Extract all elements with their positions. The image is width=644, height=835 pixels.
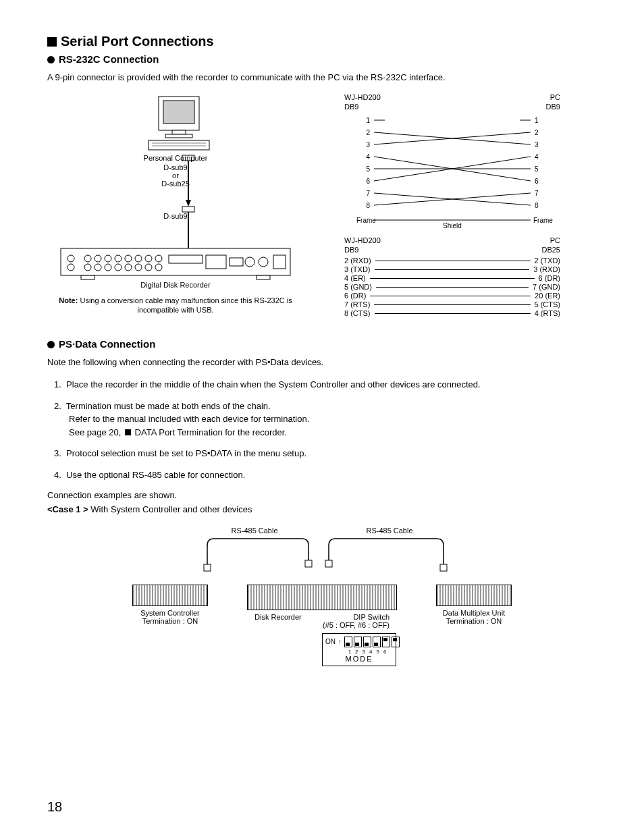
square-inline-icon — [125, 429, 131, 435]
svg-point-27 — [125, 264, 132, 271]
page-heading: Serial Port Connections — [47, 34, 597, 49]
rs232c-figure-row: Personal Computer D-sub9 or D-sub25 D-su… — [47, 93, 597, 318]
dot-bullet-icon — [47, 341, 55, 348]
svg-point-23 — [84, 264, 91, 271]
examples-line: Connection examples are shown. — [47, 489, 597, 502]
svg-text:2: 2 — [366, 129, 370, 136]
svg-rect-67 — [325, 560, 332, 567]
map-r-6: 4 (RTS) — [535, 309, 560, 317]
psdata-title-text: PS·Data Connection — [59, 338, 155, 350]
shield-label: Shield — [443, 222, 462, 228]
dsub9-label-top: D-sub9 — [163, 163, 187, 171]
bot-right-head: PC — [550, 236, 560, 244]
list-item-4: 4. Use the optional RS-485 cable for con… — [54, 468, 597, 482]
svg-point-21 — [145, 255, 152, 262]
chain-cables: RS-485 Cable RS-485 Cable — [119, 525, 525, 579]
svg-point-25 — [105, 264, 111, 271]
svg-text:6: 6 — [366, 178, 370, 185]
frame-left: Frame — [356, 217, 376, 224]
svg-rect-3 — [165, 134, 192, 138]
psdata-list: 1. Place the recorder in the middle of t… — [54, 378, 597, 481]
svg-marker-9 — [186, 200, 191, 207]
svg-text:7: 7 — [366, 190, 370, 197]
svg-rect-66 — [305, 560, 312, 567]
section-psdata-title: PS·Data Connection — [47, 338, 597, 350]
svg-text:3: 3 — [366, 141, 370, 149]
sys-term-label: Termination : ON — [119, 617, 221, 625]
rs232c-left-figure: Personal Computer D-sub9 or D-sub25 D-su… — [47, 93, 304, 315]
rs232c-note: Note: Using a conversion cable may malfu… — [47, 296, 304, 315]
case1-bold: <Case 1 > — [47, 504, 88, 514]
svg-rect-2 — [172, 130, 186, 134]
square-bullet-icon — [47, 37, 57, 47]
up-arrow-icon: ↑ — [338, 638, 342, 645]
dip-switch-box: ON ↑ 1 2 3 — [322, 633, 396, 666]
rs232c-pin-diagram: WJ-HD200 PC DB9 DB9 1 2 3 4 5 6 7 8 — [344, 93, 560, 318]
svg-point-17 — [105, 255, 111, 262]
svg-point-35 — [259, 257, 268, 267]
dmu-label: Data Multiplex Unit — [423, 609, 525, 617]
note-text: Using a conversion cable may malfunction… — [78, 296, 292, 314]
dip-slot-3 — [363, 637, 371, 647]
list-item-2: 2. Termination must be made at both ends… — [54, 400, 597, 439]
svg-point-18 — [115, 255, 122, 262]
svg-point-22 — [155, 255, 162, 262]
map-r-1: 3 (RXD) — [533, 265, 560, 273]
page-number: 18 — [47, 799, 62, 815]
pc-recorder-diagram — [47, 93, 304, 296]
db9-cross-diagram: 1 2 3 4 5 6 7 8 1 2 3 4 5 6 7 8 — [344, 113, 560, 228]
svg-rect-31 — [169, 255, 203, 263]
bot-right-sub: DB25 — [541, 246, 560, 254]
svg-rect-36 — [273, 255, 286, 269]
svg-rect-38 — [257, 275, 270, 279]
svg-rect-65 — [204, 564, 211, 571]
disk-recorder-icon — [247, 585, 397, 610]
frame-right: Frame — [533, 217, 553, 224]
svg-text:5: 5 — [366, 165, 370, 173]
svg-text:7: 7 — [535, 190, 539, 197]
map-l-5: 7 (RTS) — [344, 300, 370, 308]
data-multiplex-block: Data Multiplex Unit Termination : ON — [423, 581, 525, 625]
map-l-0: 2 (RXD) — [344, 257, 371, 265]
heading-text: Serial Port Connections — [61, 34, 214, 49]
svg-point-15 — [84, 255, 91, 262]
svg-point-34 — [245, 257, 254, 267]
psdata-intro: Note the following when connecting the r… — [47, 356, 597, 369]
svg-point-24 — [95, 264, 101, 271]
svg-point-13 — [68, 255, 74, 262]
svg-text:4: 4 — [366, 153, 370, 161]
map-r-2: 6 (DR) — [539, 274, 560, 282]
map-l-2: 4 (ER) — [344, 274, 366, 282]
map-l-4: 6 (DR) — [344, 292, 366, 300]
dmu-term-label: Termination : ON — [423, 617, 525, 625]
system-controller-icon — [132, 585, 208, 606]
svg-text:8: 8 — [366, 202, 370, 209]
svg-text:4: 4 — [535, 153, 539, 161]
svg-rect-10 — [182, 207, 194, 212]
svg-text:5: 5 — [535, 165, 539, 173]
dip-slot-2 — [354, 637, 362, 647]
svg-rect-33 — [230, 258, 243, 266]
case1-rest: With System Controller and other devices — [88, 504, 252, 514]
svg-rect-37 — [81, 275, 95, 279]
map-r-5: 5 (CTS) — [535, 300, 561, 308]
note-bold: Note: — [59, 296, 78, 304]
data-multiplex-icon — [436, 585, 512, 606]
case1-line: <Case 1 > With System Controller and oth… — [47, 504, 597, 516]
disk-recorder-block: Disk Recorder DIP Switch (#5 : OFF, #6 :… — [241, 581, 403, 670]
section-rs232c-title: RS-232C Connection — [47, 53, 597, 65]
svg-point-29 — [145, 264, 152, 271]
svg-rect-68 — [440, 564, 447, 571]
svg-point-26 — [115, 264, 122, 271]
svg-rect-4 — [149, 140, 209, 150]
svg-point-19 — [125, 255, 132, 262]
dip-slot-1 — [344, 637, 352, 647]
svg-text:1: 1 — [366, 117, 370, 124]
map-r-0: 2 (TXD) — [535, 257, 561, 265]
disk-recorder-label: Disk Recorder — [254, 613, 302, 621]
svg-text:1: 1 — [535, 117, 539, 124]
dsub9-label-bottom: D-sub9 — [163, 212, 187, 220]
rs232c-intro: A 9-pin connector is provided with the r… — [47, 72, 597, 84]
svg-point-20 — [135, 255, 142, 262]
svg-point-28 — [135, 264, 142, 271]
